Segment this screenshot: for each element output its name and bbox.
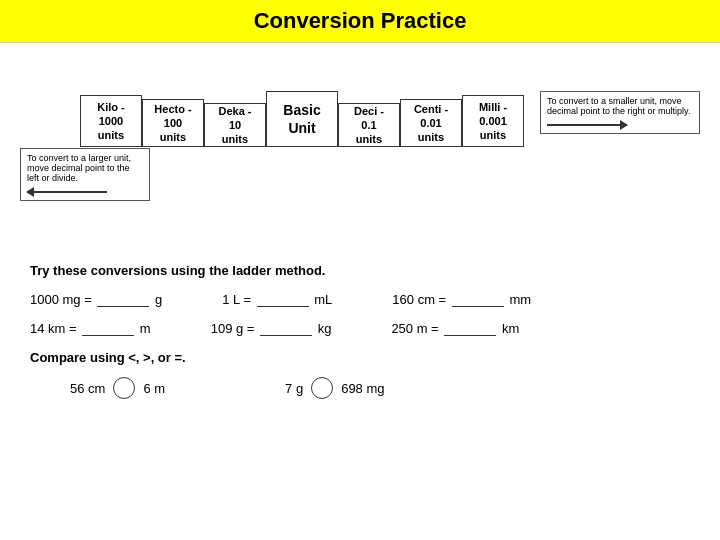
blank-4[interactable] (82, 335, 134, 336)
step-hecto: Hecto -100units (142, 99, 204, 147)
compare-right-2: 698 mg (341, 381, 384, 396)
note-larger: To convert to a larger unit, move decima… (20, 148, 150, 201)
blank-1[interactable] (97, 306, 149, 307)
step-deci: Deci -0.1units (338, 103, 400, 147)
compare-left-1: 56 cm (70, 381, 105, 396)
blank-3[interactable] (452, 306, 504, 307)
blank-6[interactable] (444, 335, 496, 336)
conversion-1000mg: 1000 mg = g (30, 292, 162, 307)
conversion-1L: 1 L = mL (222, 292, 332, 307)
compare-left-2: 7 g (285, 381, 303, 396)
blank-2[interactable] (257, 306, 309, 307)
note-smaller: To convert to a smaller unit, move decim… (540, 91, 700, 134)
conversion-14km: 14 km = m (30, 321, 151, 336)
step-deka: Deka -10units (204, 103, 266, 147)
conversion-250m: 250 m = km (391, 321, 519, 336)
compare-7g-698mg: 7 g 698 mg (285, 377, 384, 399)
arrow-left-icon (27, 191, 107, 193)
compare-circle-2[interactable] (311, 377, 333, 399)
conversion-109g: 109 g = kg (211, 321, 332, 336)
conversion-row-1: 1000 mg = g 1 L = mL 160 cm = mm (30, 292, 690, 307)
compare-circle-1[interactable] (113, 377, 135, 399)
conversion-160cm: 160 cm = mm (392, 292, 531, 307)
compare-heading: Compare using <, >, or =. (30, 350, 690, 365)
try-heading: Try these conversions using the ladder m… (30, 263, 690, 278)
compare-56cm-6m: 56 cm 6 m (70, 377, 165, 399)
diagram-area: To convert to a smaller unit, move decim… (0, 43, 720, 253)
content-area: Try these conversions using the ladder m… (0, 253, 720, 409)
step-milli: Milli -0.001units (462, 95, 524, 147)
page-title: Conversion Practice (0, 0, 720, 43)
compare-row: 56 cm 6 m 7 g 698 mg (30, 377, 690, 399)
step-kilo: Kilo -1000units (80, 95, 142, 147)
conversion-row-2: 14 km = m 109 g = kg 250 m = km (30, 321, 690, 336)
blank-5[interactable] (260, 335, 312, 336)
arrow-right-icon (547, 124, 627, 126)
step-basic: BasicUnit (266, 91, 338, 147)
step-centi: Centi -0.01units (400, 99, 462, 147)
compare-right-1: 6 m (143, 381, 165, 396)
